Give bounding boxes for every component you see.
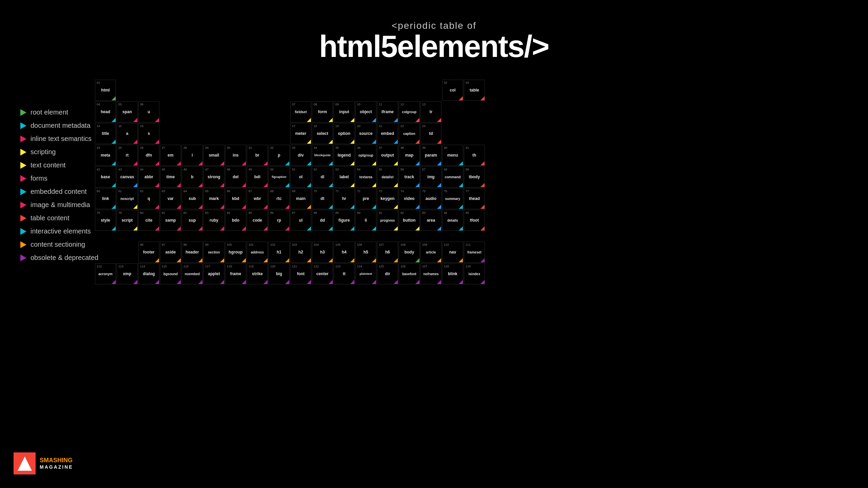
element-number: 101 [249, 243, 254, 246]
element-cell: 113xmp [117, 263, 138, 284]
element-corner-triangle [263, 205, 268, 209]
element-corner-triangle [437, 140, 441, 144]
element-tag: caption [403, 132, 415, 136]
element-cell: 114dialog [138, 263, 159, 284]
element-cell: 05span [117, 101, 138, 122]
element-corner-triangle [112, 205, 116, 209]
legend-item: text content [20, 161, 98, 169]
element-corner-triangle [329, 118, 333, 122]
element-cell: 23td [420, 123, 441, 144]
legend-label: table content [31, 214, 70, 222]
element-cell: 65mark [203, 188, 224, 209]
element-number: 03 [466, 81, 469, 84]
element-cell: 81samp [160, 210, 181, 231]
element-cell: 37output [377, 145, 398, 166]
element-cell: 124plaintext [355, 263, 376, 284]
element-cell: 35legend [334, 145, 355, 166]
element-cell: 15a [117, 123, 138, 144]
element-number: 72 [357, 189, 360, 193]
element-number: 83 [205, 211, 209, 215]
element-number: 84 [227, 211, 230, 215]
element-number: 55 [379, 168, 382, 171]
legend-triangle [20, 188, 26, 195]
element-corner-triangle [155, 205, 159, 209]
element-number: 128 [444, 265, 449, 268]
element-tag: legend [338, 153, 351, 158]
svg-marker-0 [18, 456, 32, 471]
element-cell: 08form [312, 101, 333, 122]
element-tag: canvas [120, 175, 134, 179]
legend-item: root element [20, 108, 98, 116]
legend: root elementdocument metadatainline text… [20, 108, 98, 267]
element-corner-triangle [177, 280, 181, 284]
element-tag: dfn [146, 153, 152, 158]
element-tag: tfoot [470, 218, 479, 223]
element-number: 103 [292, 243, 297, 246]
element-number: 115 [162, 265, 167, 268]
element-cell: 06u [138, 101, 159, 122]
element-number: 74 [400, 189, 404, 193]
element-tag: audio [426, 196, 436, 201]
element-corner-triangle [459, 161, 463, 165]
element-tag: footer [143, 250, 155, 255]
element-number: 59 [466, 168, 469, 171]
element-number: 21 [379, 124, 382, 128]
legend-label: document metadata [31, 122, 91, 129]
element-corner-triangle [307, 118, 311, 122]
element-number: 117 [205, 265, 210, 268]
element-corner-triangle [394, 118, 398, 122]
element-cell: 16s [138, 123, 159, 144]
element-tag: frame [230, 271, 241, 276]
element-tag: h3 [320, 250, 325, 255]
element-cell: 89figure [334, 210, 355, 231]
element-corner-triangle [133, 161, 137, 165]
legend-triangle [20, 228, 26, 235]
element-number: 25 [118, 146, 122, 149]
element-corner-triangle [220, 161, 224, 165]
element-number: 37 [379, 146, 382, 149]
element-number: 20 [357, 124, 360, 128]
element-tag: input [339, 109, 349, 114]
element-corner-triangle [133, 280, 137, 284]
element-number: 29 [205, 146, 209, 149]
element-corner-triangle [285, 280, 289, 284]
element-corner-triangle [198, 205, 202, 209]
element-cell: 106h5 [355, 242, 376, 263]
element-number: 22 [400, 124, 404, 128]
element-cell: 57img [420, 166, 441, 187]
element-cell: 84bdo [225, 210, 246, 231]
element-tag: bdo [232, 218, 239, 223]
element-number: 38 [400, 146, 404, 149]
element-tag: source [359, 131, 372, 136]
header-title: html5elements/> [0, 31, 868, 62]
element-cell: 02col [442, 80, 463, 101]
element-number: 15 [118, 124, 122, 128]
element-tag: script [122, 218, 133, 223]
legend-item: scripting [20, 148, 98, 156]
element-corner-triangle [112, 226, 116, 230]
element-number: 07 [292, 103, 295, 106]
legend-item: table content [20, 214, 98, 222]
element-tag: s [148, 131, 150, 136]
element-tag: samp [165, 218, 176, 223]
element-number: 46 [183, 168, 187, 171]
element-corner-triangle [437, 161, 441, 165]
element-cell: 55datalist [377, 166, 398, 187]
element-cell: 70dt [312, 188, 333, 209]
element-cell: 74video [399, 188, 420, 209]
element-cell: 79script [117, 210, 138, 231]
element-corner-triangle [480, 183, 485, 187]
element-corner-triangle [415, 258, 419, 262]
element-cell: 14title [95, 123, 116, 144]
element-tag: article [426, 250, 436, 254]
element-tag: isindex [469, 272, 480, 276]
legend-triangle [20, 122, 26, 129]
element-tag: small [209, 153, 219, 158]
element-cell: 105h4 [334, 242, 355, 263]
element-cell: 66kbd [225, 188, 246, 209]
element-number: 69 [292, 189, 295, 193]
element-tag: h6 [385, 250, 390, 255]
element-number: 88 [314, 211, 317, 215]
element-cell: 21embed [377, 123, 398, 144]
element-cell: 18select [312, 123, 333, 144]
